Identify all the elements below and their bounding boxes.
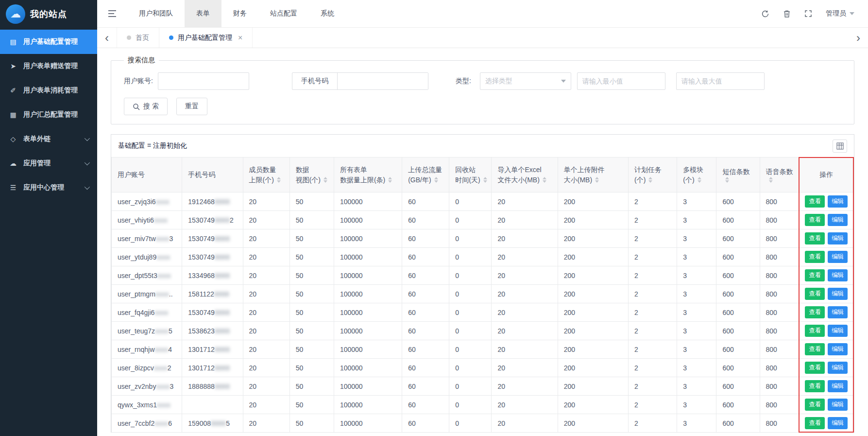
fullscreen-icon[interactable] xyxy=(804,10,812,17)
view-button[interactable]: 查看 xyxy=(805,251,825,263)
sort-caret-icon[interactable] xyxy=(434,177,438,183)
max-value-input[interactable] xyxy=(676,72,765,90)
column-header[interactable]: 所有表单数据量上限(条) xyxy=(334,157,402,192)
sort-caret-icon[interactable] xyxy=(595,177,599,183)
edit-button[interactable]: 编辑 xyxy=(828,232,848,244)
tab-label: 用户基础配置管理 xyxy=(178,34,232,42)
topnav-item[interactable]: 系统 xyxy=(309,0,346,27)
account-cell: user_dpt55t3xxxx xyxy=(112,266,182,285)
column-header[interactable]: 多模块(个) xyxy=(677,157,716,192)
value-cell: 20 xyxy=(243,211,289,229)
value-cell: 20 xyxy=(243,322,289,340)
admin-dropdown[interactable]: 管理员 xyxy=(826,9,854,18)
sidebar-item[interactable]: ▦用户汇总配置管理 xyxy=(0,103,97,127)
topnav-item[interactable]: 财务 xyxy=(221,0,258,27)
page-tab[interactable]: 首页 xyxy=(117,28,159,48)
sidebar-item[interactable]: ➤用户表单赠送管理 xyxy=(0,54,97,78)
view-button[interactable]: 查看 xyxy=(805,306,825,318)
page-tab[interactable]: 用户基础配置管理× xyxy=(159,28,253,48)
search-fields-row: 用户账号: 手机号码 类型: 选择类型 xyxy=(124,72,841,90)
view-button[interactable]: 查看 xyxy=(805,269,825,281)
refresh-icon[interactable] xyxy=(761,10,769,18)
edit-button[interactable]: 编辑 xyxy=(828,214,848,226)
edit-button[interactable]: 编辑 xyxy=(828,362,848,374)
column-header[interactable]: 语音条数 xyxy=(760,157,799,192)
value-cell: 20 xyxy=(492,396,558,414)
column-header[interactable]: 数据视图(个) xyxy=(289,157,334,192)
edit-button[interactable]: 编辑 xyxy=(828,325,848,337)
value-cell: 60 xyxy=(402,322,449,340)
account-input[interactable] xyxy=(158,72,249,90)
tabs-scroll-left-icon[interactable]: ‹ xyxy=(97,32,117,44)
sidebar-item[interactable]: ◇表单外链 xyxy=(0,127,97,151)
column-header[interactable]: 回收站时间(天) xyxy=(449,157,492,192)
sidebar-item[interactable]: ☁应用管理 xyxy=(0,151,97,175)
value-cell: 800 xyxy=(760,248,799,266)
sort-caret-icon[interactable] xyxy=(323,177,327,183)
column-header[interactable]: 上传总流量(GB/年) xyxy=(402,157,449,192)
topnav-item[interactable]: 用户和团队 xyxy=(127,0,185,27)
tabs-scroll-right-icon[interactable]: › xyxy=(849,32,868,44)
trash-icon[interactable] xyxy=(783,10,791,18)
view-button[interactable]: 查看 xyxy=(805,399,825,411)
view-button[interactable]: 查看 xyxy=(805,362,825,374)
edit-button[interactable]: 编辑 xyxy=(828,306,848,318)
view-button[interactable]: 查看 xyxy=(805,343,825,355)
menu-fold-icon[interactable] xyxy=(97,0,127,27)
sort-caret-icon[interactable] xyxy=(769,177,773,183)
sidebar-item[interactable]: ☰应用中心管理 xyxy=(0,175,97,200)
actions-cell: 查看编辑 xyxy=(799,211,853,229)
view-button[interactable]: 查看 xyxy=(805,325,825,337)
logo[interactable]: ☁ 我的站点 xyxy=(0,0,97,28)
edit-button[interactable]: 编辑 xyxy=(828,380,848,392)
value-cell: 600 xyxy=(716,248,760,266)
value-cell: 0 xyxy=(449,229,492,248)
view-button[interactable]: 查看 xyxy=(805,214,825,226)
value-cell: 60 xyxy=(402,285,449,303)
topnav-item[interactable]: 表单 xyxy=(185,0,221,27)
value-cell: 3 xyxy=(677,248,716,266)
table-wrap: 用户账号手机号码成员数量上限(个)数据视图(个)所有表单数据量上限(条)上传总流… xyxy=(111,157,854,433)
column-header[interactable]: 短信条数 xyxy=(716,157,760,192)
view-button[interactable]: 查看 xyxy=(805,417,825,429)
topnav-item[interactable]: 站点配置 xyxy=(258,0,309,27)
sort-caret-icon[interactable] xyxy=(698,177,701,183)
sidebar-item[interactable]: ▤用户基础配置管理 xyxy=(0,30,97,54)
edit-button[interactable]: 编辑 xyxy=(828,269,848,281)
sort-caret-icon[interactable] xyxy=(483,177,487,183)
view-button[interactable]: 查看 xyxy=(805,288,825,300)
edit-button[interactable]: 编辑 xyxy=(828,251,848,263)
edit-button[interactable]: 编辑 xyxy=(828,288,848,300)
view-button[interactable]: 查看 xyxy=(805,195,825,208)
column-header[interactable]: 导入单个Excel文件大小(MB) xyxy=(492,157,558,192)
view-button[interactable]: 查看 xyxy=(805,380,825,392)
sort-caret-icon[interactable] xyxy=(725,177,729,183)
value-cell: 2 xyxy=(629,192,677,211)
sort-caret-icon[interactable] xyxy=(543,177,546,183)
reset-button[interactable]: 重置 xyxy=(176,98,207,115)
edit-button[interactable]: 编辑 xyxy=(828,417,848,429)
sidebar-item[interactable]: ✐用户表单消耗管理 xyxy=(0,78,97,103)
value-cell: 0 xyxy=(449,248,492,266)
edit-button[interactable]: 编辑 xyxy=(828,399,848,411)
redacted-text: xxxx xyxy=(154,364,168,372)
sort-caret-icon[interactable] xyxy=(388,177,392,183)
sort-caret-icon[interactable] xyxy=(277,177,281,183)
type-select[interactable]: 选择类型 xyxy=(480,72,571,90)
column-header[interactable]: 计划任务(个) xyxy=(629,157,677,192)
edit-button[interactable]: 编辑 xyxy=(828,195,848,208)
min-value-input[interactable] xyxy=(577,72,665,90)
value-cell: 600 xyxy=(716,211,760,229)
sort-caret-icon[interactable] xyxy=(648,177,652,183)
column-header[interactable]: 成员数量上限(个) xyxy=(243,157,289,192)
view-button[interactable]: 查看 xyxy=(805,232,825,244)
column-settings-button[interactable] xyxy=(833,140,847,153)
search-button[interactable]: 搜 索 xyxy=(124,98,168,115)
value-cell: 800 xyxy=(760,396,799,414)
cloud-logo-icon: ☁ xyxy=(6,4,25,24)
phone-input[interactable] xyxy=(338,73,428,89)
config-table: 用户账号手机号码成员数量上限(个)数据视图(个)所有表单数据量上限(条)上传总流… xyxy=(111,157,854,433)
edit-button[interactable]: 编辑 xyxy=(828,343,848,355)
tab-close-icon[interactable]: × xyxy=(238,34,242,42)
column-header[interactable]: 单个上传附件大小(MB) xyxy=(558,157,628,192)
